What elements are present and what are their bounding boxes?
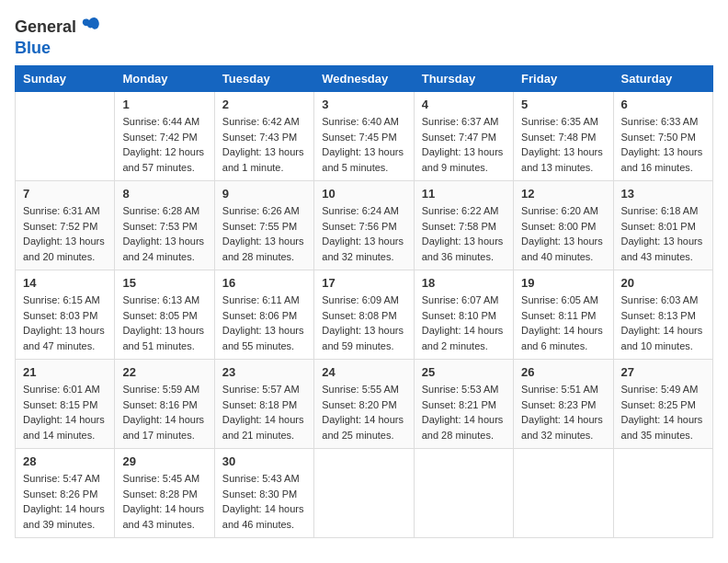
calendar-cell: 4Sunrise: 6:37 AMSunset: 7:47 PMDaylight… [414, 92, 513, 181]
day-number: 15 [122, 276, 206, 290]
day-info: Sunrise: 6:42 AMSunset: 7:43 PMDaylight:… [222, 114, 306, 175]
calendar-cell: 24Sunrise: 5:55 AMSunset: 8:20 PMDayligh… [314, 360, 414, 449]
calendar-cell: 6Sunrise: 6:33 AMSunset: 7:50 PMDaylight… [613, 92, 712, 181]
day-header-wednesday: Wednesday [314, 66, 414, 92]
day-info: Sunrise: 6:11 AMSunset: 8:06 PMDaylight:… [222, 293, 306, 353]
day-header-thursday: Thursday [414, 66, 513, 92]
day-info: Sunrise: 6:07 AMSunset: 8:10 PMDaylight:… [422, 293, 506, 353]
calendar-cell: 7Sunrise: 6:31 AMSunset: 7:52 PMDaylight… [16, 181, 115, 270]
calendar-cell: 9Sunrise: 6:26 AMSunset: 7:55 PMDaylight… [214, 181, 313, 270]
calendar-cell: 21Sunrise: 6:01 AMSunset: 8:15 PMDayligh… [16, 360, 115, 449]
day-number: 13 [621, 187, 705, 201]
calendar-cell: 11Sunrise: 6:22 AMSunset: 7:58 PMDayligh… [414, 181, 513, 270]
day-number: 18 [422, 276, 506, 290]
day-info: Sunrise: 5:49 AMSunset: 8:25 PMDaylight:… [621, 382, 705, 442]
page-header: General Blue [15, 15, 713, 58]
day-info: Sunrise: 6:44 AMSunset: 7:42 PMDaylight:… [122, 114, 206, 175]
day-number: 23 [222, 365, 306, 379]
day-info: Sunrise: 6:31 AMSunset: 7:52 PMDaylight:… [23, 203, 107, 264]
day-info: Sunrise: 6:13 AMSunset: 8:05 PMDaylight:… [122, 293, 206, 353]
day-number: 29 [122, 454, 206, 468]
day-number: 27 [621, 365, 705, 379]
day-number: 8 [122, 187, 206, 201]
day-info: Sunrise: 5:47 AMSunset: 8:26 PMDaylight:… [23, 471, 107, 532]
logo-blue-text: Blue [15, 39, 51, 57]
calendar-cell: 23Sunrise: 5:57 AMSunset: 8:18 PMDayligh… [214, 360, 313, 449]
logo: General Blue [15, 15, 100, 58]
day-number: 2 [222, 98, 306, 111]
calendar-cell [16, 92, 115, 181]
calendar-cell [414, 449, 513, 538]
calendar-cell: 14Sunrise: 6:15 AMSunset: 8:03 PMDayligh… [16, 270, 115, 360]
calendar-cell: 10Sunrise: 6:24 AMSunset: 7:56 PMDayligh… [314, 181, 414, 270]
day-info: Sunrise: 6:03 AMSunset: 8:13 PMDaylight:… [621, 293, 705, 353]
day-number: 30 [222, 454, 306, 468]
day-info: Sunrise: 6:28 AMSunset: 7:53 PMDaylight:… [122, 203, 206, 264]
calendar-table: SundayMondayTuesdayWednesdayThursdayFrid… [15, 65, 713, 538]
calendar-cell: 17Sunrise: 6:09 AMSunset: 8:08 PMDayligh… [314, 270, 414, 360]
calendar-week-row-2: 14Sunrise: 6:15 AMSunset: 8:03 PMDayligh… [16, 270, 713, 360]
day-number: 28 [23, 454, 107, 468]
calendar-cell: 3Sunrise: 6:40 AMSunset: 7:45 PMDaylight… [314, 92, 414, 181]
day-header-saturday: Saturday [613, 66, 712, 92]
day-info: Sunrise: 5:51 AMSunset: 8:23 PMDaylight:… [521, 382, 605, 442]
day-info: Sunrise: 6:15 AMSunset: 8:03 PMDaylight:… [23, 293, 107, 353]
calendar-cell: 27Sunrise: 5:49 AMSunset: 8:25 PMDayligh… [613, 360, 712, 449]
day-info: Sunrise: 6:33 AMSunset: 7:50 PMDaylight:… [621, 114, 705, 175]
day-number: 3 [322, 98, 405, 111]
calendar-cell [514, 449, 613, 538]
day-number: 14 [23, 276, 107, 290]
day-number: 10 [322, 187, 405, 201]
calendar-week-row-4: 28Sunrise: 5:47 AMSunset: 8:26 PMDayligh… [16, 449, 713, 538]
day-info: Sunrise: 5:57 AMSunset: 8:18 PMDaylight:… [222, 382, 306, 442]
calendar-cell: 29Sunrise: 5:45 AMSunset: 8:28 PMDayligh… [115, 449, 214, 538]
day-info: Sunrise: 6:09 AMSunset: 8:08 PMDaylight:… [322, 293, 405, 353]
calendar-cell: 28Sunrise: 5:47 AMSunset: 8:26 PMDayligh… [16, 449, 115, 538]
day-info: Sunrise: 6:22 AMSunset: 7:58 PMDaylight:… [422, 203, 506, 264]
day-number: 21 [23, 365, 107, 379]
calendar-cell: 16Sunrise: 6:11 AMSunset: 8:06 PMDayligh… [214, 270, 313, 360]
day-header-monday: Monday [115, 66, 214, 92]
calendar-cell [314, 449, 414, 538]
day-info: Sunrise: 6:18 AMSunset: 8:01 PMDaylight:… [621, 203, 705, 264]
calendar-cell: 15Sunrise: 6:13 AMSunset: 8:05 PMDayligh… [115, 270, 214, 360]
day-number: 22 [122, 365, 206, 379]
day-number: 9 [222, 187, 306, 201]
calendar-cell: 18Sunrise: 6:07 AMSunset: 8:10 PMDayligh… [414, 270, 513, 360]
calendar-cell: 5Sunrise: 6:35 AMSunset: 7:48 PMDaylight… [514, 92, 613, 181]
calendar-week-row-0: 1Sunrise: 6:44 AMSunset: 7:42 PMDaylight… [16, 92, 713, 181]
day-info: Sunrise: 5:45 AMSunset: 8:28 PMDaylight:… [122, 471, 206, 532]
day-number: 17 [322, 276, 405, 290]
day-info: Sunrise: 5:53 AMSunset: 8:21 PMDaylight:… [422, 382, 506, 442]
logo-general-text: General [15, 17, 76, 37]
day-number: 16 [222, 276, 306, 290]
calendar-cell: 22Sunrise: 5:59 AMSunset: 8:16 PMDayligh… [115, 360, 214, 449]
day-number: 5 [521, 98, 605, 111]
calendar-cell: 8Sunrise: 6:28 AMSunset: 7:53 PMDaylight… [115, 181, 214, 270]
calendar-cell: 25Sunrise: 5:53 AMSunset: 8:21 PMDayligh… [414, 360, 513, 449]
day-header-friday: Friday [514, 66, 613, 92]
day-info: Sunrise: 6:24 AMSunset: 7:56 PMDaylight:… [322, 203, 405, 264]
day-number: 26 [521, 365, 605, 379]
day-info: Sunrise: 6:01 AMSunset: 8:15 PMDaylight:… [23, 382, 107, 442]
calendar-cell: 12Sunrise: 6:20 AMSunset: 8:00 PMDayligh… [514, 181, 613, 270]
day-info: Sunrise: 6:26 AMSunset: 7:55 PMDaylight:… [222, 203, 306, 264]
calendar-header-row: SundayMondayTuesdayWednesdayThursdayFrid… [16, 66, 713, 92]
day-header-tuesday: Tuesday [214, 66, 313, 92]
day-info: Sunrise: 6:40 AMSunset: 7:45 PMDaylight:… [322, 114, 405, 175]
day-info: Sunrise: 6:37 AMSunset: 7:47 PMDaylight:… [422, 114, 506, 175]
calendar-cell: 19Sunrise: 6:05 AMSunset: 8:11 PMDayligh… [514, 270, 613, 360]
day-number: 19 [521, 276, 605, 290]
day-number: 6 [621, 98, 705, 111]
day-number: 20 [621, 276, 705, 290]
day-header-sunday: Sunday [16, 66, 115, 92]
day-info: Sunrise: 6:05 AMSunset: 8:11 PMDaylight:… [521, 293, 605, 353]
day-number: 4 [422, 98, 506, 111]
day-number: 7 [23, 187, 107, 201]
calendar-cell [613, 449, 712, 538]
logo-bird-icon [80, 15, 100, 39]
day-info: Sunrise: 6:35 AMSunset: 7:48 PMDaylight:… [521, 114, 605, 175]
calendar-week-row-1: 7Sunrise: 6:31 AMSunset: 7:52 PMDaylight… [16, 181, 713, 270]
day-info: Sunrise: 5:43 AMSunset: 8:30 PMDaylight:… [222, 471, 306, 532]
calendar-cell: 1Sunrise: 6:44 AMSunset: 7:42 PMDaylight… [115, 92, 214, 181]
